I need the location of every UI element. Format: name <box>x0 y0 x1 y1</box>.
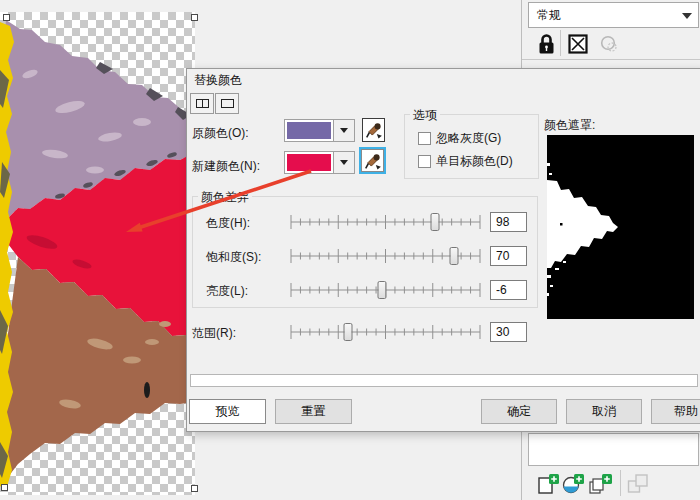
saturation-label: 饱和度(S): <box>206 249 261 266</box>
new-color-label: 新建颜色(N): <box>192 158 260 175</box>
new-lens-icon <box>561 473 585 495</box>
saturation-value-input[interactable] <box>490 246 527 266</box>
selection-handle-bottom-right[interactable] <box>191 485 198 492</box>
combine-shapes-disabled-button <box>626 472 650 496</box>
combine-shapes-disabled-icon <box>627 473 649 495</box>
single-preview-icon <box>221 99 234 108</box>
selection-handle-top-left[interactable] <box>3 14 10 21</box>
lens-disabled-button <box>598 34 620 54</box>
preset-value: 常规 <box>537 7 561 24</box>
lock-icon <box>538 33 555 55</box>
ignore-grayscale-checkbox[interactable] <box>418 132 431 145</box>
lightness-slider-thumb[interactable] <box>377 281 386 299</box>
range-slider-thumb[interactable] <box>343 323 352 341</box>
range-slider[interactable] <box>288 321 483 343</box>
app-window: 常规 <box>0 0 700 500</box>
hue-label: 色度(H): <box>206 215 250 232</box>
original-color-swatch <box>287 122 331 139</box>
checkerboard-box-button[interactable] <box>567 33 589 55</box>
single-preview-button[interactable] <box>215 93 239 114</box>
duplicate-object-icon <box>588 473 614 495</box>
new-object-button[interactable] <box>536 472 562 496</box>
single-target-color-label: 单目标颜色(D) <box>436 153 513 170</box>
split-preview-button[interactable] <box>190 93 214 114</box>
preview-button[interactable]: 预览 <box>189 399 266 424</box>
saturation-slider-thumb[interactable] <box>449 247 458 265</box>
selection-handle-top-right[interactable] <box>191 14 198 21</box>
single-target-color-row: 单目标颜色(D) <box>418 153 513 170</box>
replace-color-dialog: 替换颜色 原颜色(O): 新建颜色(N): <box>186 68 700 432</box>
preset-dropdown[interactable]: 常规 <box>528 2 699 28</box>
color-mask-label: 颜色遮罩: <box>544 117 595 134</box>
new-lens-button[interactable] <box>560 472 586 496</box>
lightness-label: 亮度(L): <box>206 283 248 300</box>
new-color-swatch <box>287 154 331 171</box>
options-group-label: 选项 <box>410 107 440 124</box>
range-value-input[interactable] <box>490 322 527 342</box>
hue-slider[interactable] <box>288 211 483 233</box>
eyedropper-icon <box>365 121 383 139</box>
image-canvas[interactable] <box>0 12 195 495</box>
split-preview-icon <box>196 99 209 108</box>
original-color-combo[interactable] <box>284 119 355 142</box>
new-color-combo[interactable] <box>284 151 355 174</box>
dialog-title: 替换颜色 <box>194 72 242 89</box>
lightness-value-input[interactable] <box>490 280 527 300</box>
progress-bar <box>190 374 698 387</box>
dropdown-arrow-icon <box>340 128 348 133</box>
selection-handle-bottom-left[interactable] <box>1 484 8 491</box>
reset-button[interactable]: 重置 <box>275 399 352 424</box>
hue-value-input[interactable] <box>490 212 527 232</box>
original-color-label: 原颜色(O): <box>192 125 249 142</box>
lock-button[interactable] <box>535 32 557 55</box>
ok-button[interactable]: 确定 <box>481 399 557 424</box>
new-color-dropdown[interactable] <box>333 152 354 173</box>
lens-disabled-icon <box>599 35 619 53</box>
eyedropper-icon <box>364 152 382 170</box>
cancel-button[interactable]: 取消 <box>566 399 642 424</box>
dropdown-arrow-icon <box>682 13 692 19</box>
docker-list-box[interactable] <box>528 433 699 466</box>
artwork-black-dab <box>144 382 150 398</box>
duplicate-object-button[interactable] <box>587 472 615 496</box>
artwork <box>0 12 195 495</box>
single-target-color-checkbox[interactable] <box>418 155 431 168</box>
checkerboard-box-icon <box>568 34 588 54</box>
help-button[interactable]: 帮助 <box>651 399 700 424</box>
new-object-icon <box>537 473 561 495</box>
lightness-slider[interactable] <box>288 279 483 301</box>
dropdown-arrow-icon <box>340 160 348 165</box>
original-color-picker-button[interactable] <box>362 118 385 142</box>
ignore-grayscale-label: 忽略灰度(G) <box>436 130 501 147</box>
hue-slider-thumb[interactable] <box>430 213 439 231</box>
new-color-picker-button[interactable] <box>359 147 386 174</box>
original-color-dropdown[interactable] <box>333 120 354 141</box>
color-difference-label: 颜色差异 <box>198 189 252 206</box>
saturation-slider[interactable] <box>288 245 483 267</box>
options-group: 选项 忽略灰度(G) 单目标颜色(D) <box>404 114 539 179</box>
range-label: 范围(R): <box>192 325 236 342</box>
ignore-grayscale-row: 忽略灰度(G) <box>418 130 501 147</box>
